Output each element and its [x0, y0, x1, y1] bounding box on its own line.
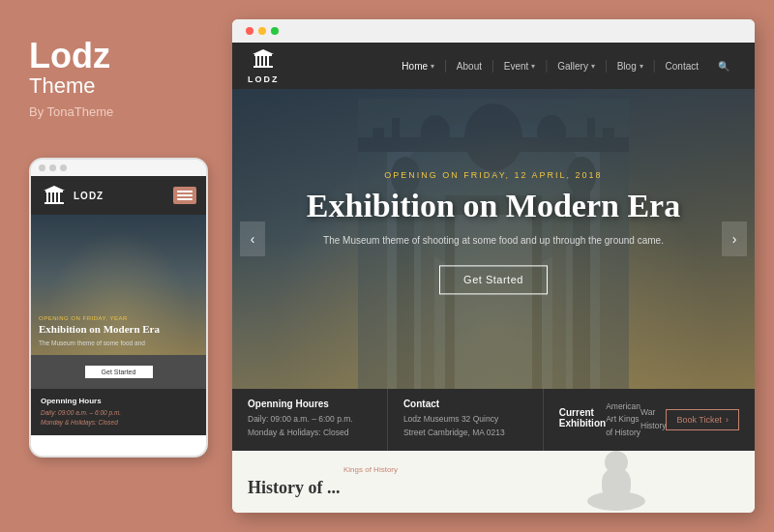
hero-next-button[interactable]: › [722, 222, 747, 256]
desktop-bottom: Kings of History History of ... [232, 451, 755, 513]
svg-marker-13 [253, 49, 274, 54]
nav-link-gallery[interactable]: Gallery ▾ [548, 61, 605, 72]
nav-search-icon[interactable]: 🔍 [708, 61, 739, 72]
hero-opening-label: OPENING ON FRIDAY, 12 APRIL, 2018 [284, 170, 702, 180]
mobile-hero-content: OPENING ON FRIDAY, YEAR Exhibition on Mo… [39, 315, 198, 347]
svg-point-31 [421, 115, 450, 150]
hero-sub-text: The Museum theme of shooting at some foo… [284, 234, 702, 249]
titlebar-dot-yellow [258, 27, 266, 35]
hero-get-started-button[interactable]: Get Started [439, 266, 548, 295]
svg-rect-27 [392, 118, 400, 142]
bottom-decoration [493, 451, 739, 513]
titlebar-dot-red [246, 27, 253, 35]
bottom-category-label: Kings of History [248, 465, 493, 474]
mobile-dot-1 [39, 164, 45, 171]
info-hours-line1: Daily: 09:00 a.m. – 6:00 p.m. [248, 413, 372, 427]
info-hours-line2: Monday & Holidays: Closed [248, 427, 372, 440]
mobile-opening-text: OPENING ON FRIDAY, YEAR [39, 315, 198, 321]
desktop-titlebar [232, 19, 755, 43]
nav-link-about[interactable]: About [447, 61, 491, 72]
svg-rect-29 [603, 128, 614, 152]
brand-title: Lodz [29, 39, 110, 74]
nav-link-contact[interactable]: Contact [656, 61, 708, 72]
nav-link-event[interactable]: Event ▾ [494, 61, 546, 72]
svg-point-32 [537, 115, 566, 150]
svg-rect-11 [267, 56, 269, 66]
mobile-dots-bar [31, 160, 206, 176]
desktop-hero-content: OPENING ON FRIDAY, 12 APRIL, 2018 Exhibi… [284, 170, 702, 294]
mobile-exhibition-title: Exhibition on Modern Era [39, 323, 198, 336]
svg-rect-9 [259, 56, 261, 66]
mobile-info-line1: Daily: 09:00 a.m. – 6:00 p.m. [41, 408, 196, 418]
svg-rect-8 [255, 56, 257, 66]
mobile-info-line2: Monday & Holidays: Closed [41, 418, 196, 428]
info-contact-line2: Street Cambridge, MA 0213 [403, 427, 527, 440]
hero-prev-button[interactable]: ‹ [240, 222, 265, 256]
book-ticket-arrow: › [726, 415, 729, 425]
desktop-logo-text: LODZ [248, 74, 280, 84]
mobile-museum-icon [41, 182, 68, 209]
mobile-mockup: LODZ OPENING ON FRIDAY, YEAR Exhibition … [29, 158, 208, 458]
mobile-hero: OPENING ON FRIDAY, YEAR Exhibition on Mo… [31, 215, 206, 355]
svg-rect-0 [45, 202, 64, 204]
info-exhibition-line2: War History [640, 406, 666, 432]
svg-rect-10 [263, 56, 265, 66]
hero-main-title: Exhibition on Modern Era [284, 188, 702, 223]
svg-marker-6 [44, 186, 65, 191]
info-hours-title: Openning Houres [248, 399, 372, 409]
mobile-hamburger-icon[interactable] [173, 187, 196, 204]
info-contact-line1: Lodz Museums 32 Quincy [403, 413, 527, 427]
mobile-dot-2 [49, 164, 56, 171]
brand-subtitle: Theme [29, 74, 95, 99]
desktop-hero: OPENING ON FRIDAY, 12 APRIL, 2018 Exhibi… [232, 89, 755, 389]
bottom-text-area: Kings of History History of ... [248, 465, 493, 498]
desktop-nav-links: Home ▾ | About | Event ▾ | Gallery ▾ | B… [299, 58, 740, 74]
nav-link-home[interactable]: Home ▾ [392, 61, 444, 72]
svg-rect-26 [372, 128, 384, 152]
svg-rect-2 [50, 192, 52, 202]
svg-rect-1 [46, 192, 48, 202]
book-ticket-button[interactable]: Book Ticket › [666, 409, 739, 430]
info-block-contact: Contact Lodz Museums 32 Quincy Street Ca… [388, 389, 544, 451]
svg-rect-5 [45, 191, 63, 192]
mobile-info-title: Openning Hours [41, 397, 196, 405]
svg-rect-28 [587, 118, 595, 142]
titlebar-dot-green [271, 27, 279, 35]
svg-point-30 [464, 103, 522, 171]
book-ticket-label: Book Ticket [676, 415, 722, 425]
info-exhibition-title: Current Exhibition [559, 407, 606, 429]
info-block-exhibition: Current Exhibition American Art Kings of… [544, 389, 755, 451]
desktop-info-bar: Openning Houres Daily: 09:00 a.m. – 6:00… [232, 389, 755, 451]
desktop-logo-area: LODZ [248, 47, 280, 84]
mobile-exhibition-sub: The Museum theme of some food and [39, 340, 198, 347]
info-contact-title: Contact [403, 399, 527, 409]
info-exhibition-line1: American Art Kings of History [606, 400, 640, 440]
svg-rect-12 [254, 54, 272, 56]
hero-opening-date: 12 APRIL, 2018 [515, 170, 603, 180]
desktop-content: LODZ Home ▾ | About | Event ▾ | Gallery … [232, 43, 755, 513]
mobile-dot-3 [60, 164, 67, 171]
mobile-info-bar: Openning Hours Daily: 09:00 a.m. – 6:00 … [31, 389, 206, 435]
bottom-history-title: History of ... [248, 478, 493, 498]
mobile-logo-text: LODZ [74, 191, 104, 201]
brand-author: By TonaTheme [29, 104, 113, 119]
left-panel: Lodz Theme By TonaTheme [0, 0, 232, 532]
nav-link-blog[interactable]: Blog ▾ [608, 61, 653, 72]
svg-rect-7 [253, 66, 273, 68]
mobile-get-started-button[interactable]: Get Started [85, 366, 153, 378]
svg-rect-4 [58, 192, 60, 202]
desktop-museum-icon [252, 47, 275, 74]
info-block-hours: Openning Houres Daily: 09:00 a.m. – 6:00… [232, 389, 388, 451]
desktop-mockup: LODZ Home ▾ | About | Event ▾ | Gallery … [232, 19, 755, 513]
desktop-nav: LODZ Home ▾ | About | Event ▾ | Gallery … [232, 43, 755, 89]
svg-rect-3 [54, 192, 56, 202]
svg-point-35 [605, 451, 628, 474]
mobile-nav: LODZ [31, 176, 206, 215]
